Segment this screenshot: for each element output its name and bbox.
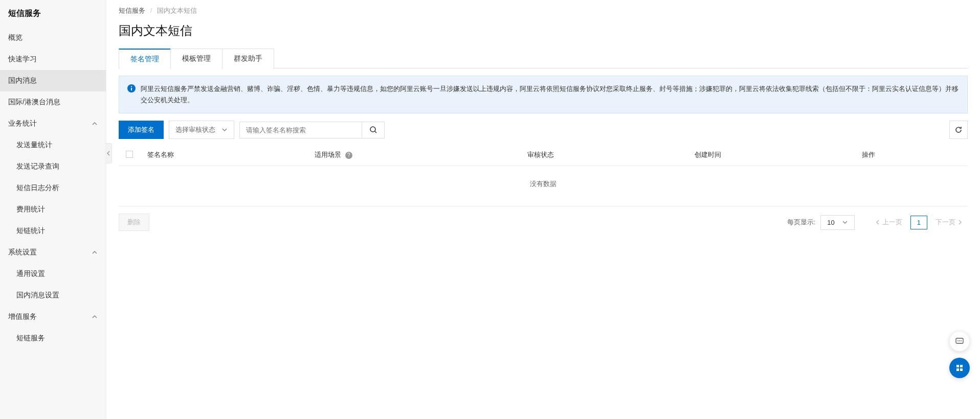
refresh-button[interactable] <box>949 121 968 139</box>
svg-point-3 <box>370 127 375 132</box>
svg-rect-1 <box>131 88 132 90</box>
help-icon[interactable]: ? <box>345 152 352 159</box>
sidebar-subitem-send-records[interactable]: 发送记录查询 <box>0 156 106 177</box>
col-audit-status: 审核状态 <box>520 144 687 166</box>
chevron-left-icon <box>875 220 880 225</box>
col-signature-name: 签名名称 <box>140 144 307 166</box>
sidebar-item-label: 费用统计 <box>16 205 45 214</box>
next-page-label: 下一页 <box>936 218 955 227</box>
prev-page-label: 上一页 <box>882 218 902 227</box>
audit-status-select[interactable]: 选择审核状态 <box>169 121 234 139</box>
sidebar-item-label: 国内消息 <box>8 76 37 85</box>
select-placeholder: 选择审核状态 <box>175 125 215 134</box>
sidebar-item-quickstart[interactable]: 快速学习 <box>0 49 106 70</box>
main-content: 短信服务 / 国内文本短信 国内文本短信 签名管理 模板管理 群发助手 阿里云短… <box>106 0 980 419</box>
chevron-down-icon <box>842 219 848 225</box>
chevron-up-icon <box>92 121 98 127</box>
sidebar-item-international[interactable]: 国际/港澳台消息 <box>0 91 106 113</box>
page-size-label: 每页显示: <box>787 218 816 227</box>
info-banner: 阿里云短信服务严禁发送金融营销、赌博、诈骗、淫秽、色情、暴力等违规信息，如您的阿… <box>119 76 968 113</box>
svg-line-4 <box>375 131 376 133</box>
sidebar-item-overview[interactable]: 概览 <box>0 27 106 49</box>
sidebar-item-label: 短信日志分析 <box>16 183 59 193</box>
tab-batch-send[interactable]: 群发助手 <box>222 49 274 69</box>
tab-signature-mgmt[interactable]: 签名管理 <box>119 49 171 69</box>
chevron-down-icon <box>221 127 228 133</box>
info-icon <box>127 84 136 92</box>
search-wrap <box>239 122 385 138</box>
breadcrumb-separator: / <box>150 7 152 14</box>
table-footer: 删除 每页显示: 10 上一页 1 下一页 <box>119 206 968 231</box>
sidebar-subitem-shortlink-stats[interactable]: 短链统计 <box>0 220 106 242</box>
tab-template-mgmt[interactable]: 模板管理 <box>170 49 222 69</box>
prev-page-button[interactable]: 上一页 <box>870 215 907 230</box>
sidebar-subitem-send-stats[interactable]: 发送量统计 <box>0 134 106 156</box>
sidebar-item-domestic[interactable]: 国内消息 <box>0 70 106 91</box>
sidebar-subitem-domestic-settings[interactable]: 国内消息设置 <box>0 285 106 306</box>
sidebar: 短信服务 概览 快速学习 国内消息 国际/港澳台消息 业务统计 发送量统计 发送… <box>0 0 106 419</box>
signature-table: 签名名称 适用场景 ? 审核状态 创建时间 操作 <box>119 144 968 166</box>
sidebar-item-label: 国际/港澳台消息 <box>8 98 60 107</box>
apps-button[interactable] <box>949 358 970 378</box>
sidebar-group-label: 增值服务 <box>8 312 37 321</box>
chevron-up-icon <box>92 249 98 255</box>
col-created-time: 创建时间 <box>687 144 855 166</box>
refresh-icon <box>954 126 963 134</box>
sidebar-item-label: 短链服务 <box>16 334 45 343</box>
col-scenario: 适用场景 ? <box>307 144 520 166</box>
sidebar-item-label: 短链统计 <box>16 226 45 236</box>
delete-button[interactable]: 删除 <box>119 214 149 231</box>
col-actions: 操作 <box>855 144 968 166</box>
chevron-up-icon <box>92 314 98 320</box>
svg-rect-9 <box>956 365 959 367</box>
svg-rect-10 <box>960 365 963 367</box>
sidebar-item-label: 发送量统计 <box>16 141 52 150</box>
sidebar-item-label: 发送记录查询 <box>16 162 59 171</box>
sidebar-subitem-fee-stats[interactable]: 费用统计 <box>0 199 106 220</box>
next-page-button[interactable]: 下一页 <box>930 215 968 230</box>
info-banner-text: 阿里云短信服务严禁发送金融营销、赌博、诈骗、淫秽、色情、暴力等违规信息，如您的阿… <box>141 83 959 106</box>
chevron-right-icon <box>957 220 963 225</box>
sidebar-subitem-general-settings[interactable]: 通用设置 <box>0 263 106 285</box>
search-button[interactable] <box>362 122 385 138</box>
breadcrumb: 短信服务 / 国内文本短信 <box>119 6 968 15</box>
search-input[interactable] <box>239 122 362 138</box>
sidebar-item-label: 概览 <box>8 33 23 42</box>
page-size-select[interactable]: 10 <box>820 215 854 230</box>
table-header-row: 签名名称 适用场景 ? 审核状态 创建时间 操作 <box>119 144 968 166</box>
page-title: 国内文本短信 <box>119 22 968 39</box>
sidebar-group-business-stats[interactable]: 业务统计 <box>0 113 106 134</box>
sidebar-group-label: 系统设置 <box>8 248 37 257</box>
col-scenario-label: 适用场景 <box>315 151 341 158</box>
svg-point-6 <box>957 340 959 341</box>
sidebar-group-system-settings[interactable]: 系统设置 <box>0 242 106 263</box>
page-number-current[interactable]: 1 <box>910 216 927 229</box>
sidebar-title: 短信服务 <box>0 0 106 27</box>
pagination: 上一页 1 下一页 <box>870 215 968 230</box>
grid-icon <box>955 363 964 373</box>
floating-actions <box>949 331 970 378</box>
svg-point-7 <box>959 340 960 341</box>
sidebar-group-value-added[interactable]: 增值服务 <box>0 306 106 328</box>
sidebar-item-label: 快速学习 <box>8 55 37 64</box>
add-signature-button[interactable]: 添加签名 <box>119 121 164 139</box>
select-all-checkbox[interactable] <box>126 151 133 158</box>
sidebar-subitem-sms-log-analysis[interactable]: 短信日志分析 <box>0 177 106 199</box>
sidebar-group-label: 业务统计 <box>8 119 37 128</box>
toolbar: 添加签名 选择审核状态 <box>119 121 968 139</box>
sidebar-subitem-shortlink-service[interactable]: 短链服务 <box>0 328 106 349</box>
tabs: 签名管理 模板管理 群发助手 <box>119 48 968 68</box>
svg-point-8 <box>961 340 962 341</box>
chat-icon <box>955 337 964 346</box>
breadcrumb-current: 国内文本短信 <box>157 7 197 14</box>
svg-rect-11 <box>956 368 959 371</box>
feedback-button[interactable] <box>949 331 970 352</box>
search-icon <box>369 126 377 134</box>
table-empty-state: 没有数据 <box>119 166 968 206</box>
breadcrumb-root[interactable]: 短信服务 <box>119 7 145 14</box>
svg-rect-12 <box>960 368 963 371</box>
page-size-value: 10 <box>827 219 834 226</box>
svg-point-2 <box>131 86 132 87</box>
sidebar-item-label: 国内消息设置 <box>16 291 59 300</box>
sidebar-item-label: 通用设置 <box>16 269 45 278</box>
